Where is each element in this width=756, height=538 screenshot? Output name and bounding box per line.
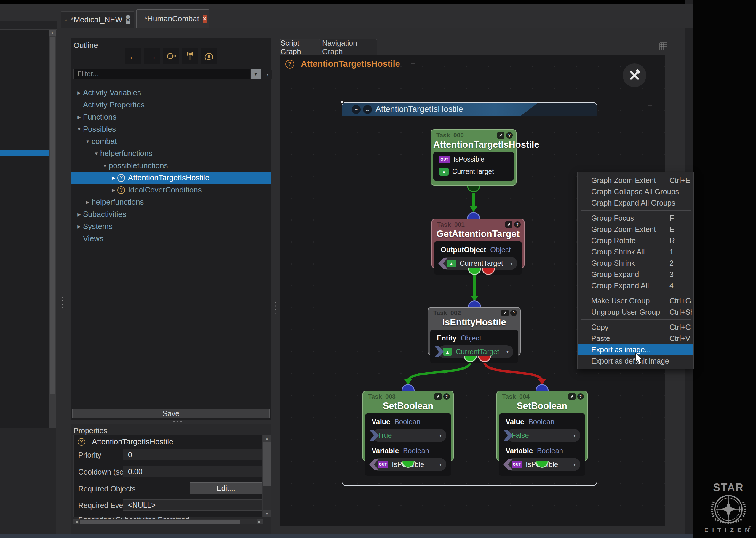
help-icon[interactable]: ? xyxy=(506,132,513,138)
scroll-left-icon[interactable]: ◀ xyxy=(73,519,79,524)
splitter-grip[interactable] xyxy=(62,296,64,308)
tree-item-activity-variables[interactable]: ▶Activity Variables xyxy=(71,86,271,99)
node-task-id: Task_002 xyxy=(433,309,461,316)
edit-pencil-icon[interactable] xyxy=(568,393,576,400)
edit-pencil-icon[interactable] xyxy=(501,310,508,316)
tree-collapsed-icon[interactable]: ▶ xyxy=(75,115,83,120)
tree-item-possiblefunctions[interactable]: ▼possiblefunctions xyxy=(71,160,271,172)
node-task004[interactable]: Task_004?SetBooleanValueBooleanFalse▾Var… xyxy=(496,391,588,461)
scroll-down-icon[interactable]: ▼ xyxy=(263,510,271,517)
menu-item-make-user-group[interactable]: Make User GroupCtrl+G xyxy=(578,295,693,306)
property-input[interactable]: 0.00 xyxy=(123,466,262,477)
tree-collapsed-icon[interactable]: ▶ xyxy=(75,212,83,217)
node-task002[interactable]: Task_002?IsEntityHostileEntityObject▲Cur… xyxy=(428,307,521,355)
tree-item-activity-properties[interactable]: Activity Properties xyxy=(71,99,271,111)
edit-pencil-icon[interactable] xyxy=(497,132,504,138)
tree-expanded-icon[interactable]: ▼ xyxy=(92,151,100,156)
node-link-icon xyxy=(165,51,176,61)
node-link-button[interactable] xyxy=(163,48,179,64)
tree-collapsed-icon[interactable]: ▶ xyxy=(75,224,83,229)
splitter-grip[interactable] xyxy=(275,302,277,314)
menu-item-ungroup-user-group[interactable]: Ungroup User GroupCtrl+Shif xyxy=(578,306,693,318)
filter-input[interactable]: Filter... xyxy=(73,69,250,79)
tree-expanded-icon[interactable]: ▼ xyxy=(84,139,92,144)
property-input[interactable]: 0 xyxy=(123,449,262,460)
tree-item-systems[interactable]: ▶Systems xyxy=(71,220,271,233)
filter-dropdown-button[interactable]: ▼ xyxy=(251,69,261,79)
tab-humancombat[interactable]: *HumanCombat × xyxy=(136,10,209,28)
tree-item-subactivities[interactable]: ▶Subactivities xyxy=(71,208,271,220)
menu-item-group-zoom-extent[interactable]: Group Zoom ExtentE xyxy=(578,224,693,235)
tab-close-icon[interactable]: × xyxy=(126,16,130,24)
properties-horizontal-scrollbar[interactable]: ◀ ▶ xyxy=(73,519,262,524)
tab-navigation-graph[interactable]: Navigation Graph xyxy=(322,39,377,55)
dropdown-currenttarget[interactable]: ▲CurrentTarget▾ xyxy=(442,257,517,270)
panel-resize-grip[interactable] xyxy=(173,421,182,422)
tree-collapsed-icon[interactable]: ▶ xyxy=(110,175,118,181)
tab-medical-new[interactable]: *Medical_NEW × xyxy=(61,11,134,28)
chevron-down-icon[interactable]: ▾ xyxy=(510,261,512,266)
help-icon[interactable]: ? xyxy=(514,221,521,228)
person-button[interactable] xyxy=(201,48,217,64)
dropdown-true[interactable]: True▾ xyxy=(373,429,446,442)
tab-script-graph[interactable]: Script Graph xyxy=(280,39,320,55)
nav-forward-button[interactable]: → xyxy=(144,48,160,64)
chevron-down-icon[interactable]: ▾ xyxy=(573,462,576,467)
node-task003[interactable]: Task_003?SetBooleanValueBooleanTrue▾Vari… xyxy=(362,391,454,461)
chevron-down-icon[interactable]: ▾ xyxy=(506,350,508,354)
menu-item-group-focus[interactable]: Group FocusF xyxy=(578,212,693,224)
dropdown-value: False xyxy=(511,431,529,440)
scroll-up-icon[interactable]: ▲ xyxy=(263,435,271,442)
properties-scrollbar-thumb[interactable] xyxy=(263,442,271,486)
scroll-up-icon[interactable]: ▲ xyxy=(49,30,56,36)
menu-item-paste[interactable]: PasteCtrl+V xyxy=(578,333,693,344)
menu-item-group-expand[interactable]: Group Expand3 xyxy=(578,269,693,280)
menu-item-graph-expand-all-groups[interactable]: Graph Expand All Groups xyxy=(578,197,693,208)
tab-close-icon[interactable]: × xyxy=(203,15,207,24)
menu-item-group-shrink-all[interactable]: Group Shrink All1 xyxy=(578,246,693,257)
chevron-down-icon[interactable]: ▾ xyxy=(440,433,442,438)
help-icon[interactable]: ? xyxy=(443,393,450,400)
menu-item-copy[interactable]: CopyCtrl+C xyxy=(578,321,693,333)
node-title: IsEntityHostile xyxy=(430,317,518,330)
tree-item-possibles[interactable]: ▼Possibles xyxy=(71,123,271,135)
tree-collapsed-icon[interactable]: ▶ xyxy=(110,188,118,193)
grid-toggle-icon[interactable] xyxy=(659,42,667,50)
tree-collapsed-icon[interactable]: ▶ xyxy=(75,90,83,95)
tree-item-helperfunctions[interactable]: ▼helperfunctions xyxy=(71,147,271,160)
tree-item-label: possiblefunctions xyxy=(109,161,168,170)
scroll-right-icon[interactable]: ▶ xyxy=(257,519,262,524)
edit-pencil-icon[interactable] xyxy=(505,221,512,228)
tree-collapsed-icon[interactable]: ▶ xyxy=(84,200,92,205)
chevron-down-icon[interactable]: ▾ xyxy=(573,433,576,438)
tree-item-views[interactable]: Views xyxy=(71,233,271,245)
menu-item-group-rotate[interactable]: Group RotateR xyxy=(578,235,693,246)
edit-pencil-icon[interactable] xyxy=(435,393,442,400)
save-button[interactable]: Save xyxy=(72,409,270,418)
nav-back-button[interactable]: ← xyxy=(125,48,141,64)
properties-hscrollbar-thumb[interactable] xyxy=(80,519,240,524)
tree-item-combat[interactable]: ▼combat xyxy=(71,135,271,147)
left-panel-selected-row[interactable] xyxy=(0,150,49,156)
help-icon[interactable]: ? xyxy=(510,310,517,316)
node-task000[interactable]: Task_000?AttentionTargetIsHostileOUTIsPo… xyxy=(431,129,517,186)
chevron-down-icon[interactable]: ▾ xyxy=(440,462,442,467)
filter-options-button[interactable]: ▼ xyxy=(263,70,272,79)
node-field-row: ValueBoolean xyxy=(499,415,585,426)
tree-expanded-icon[interactable]: ▼ xyxy=(101,163,109,168)
tree-item-helperfunctions[interactable]: ▶helperfunctions xyxy=(71,196,271,208)
node-task001[interactable]: Task_001?GetAttentionTargetOutputObjectO… xyxy=(432,219,525,268)
help-icon[interactable]: ? xyxy=(577,393,584,400)
menu-item-group-shrink[interactable]: Group Shrink2 xyxy=(578,257,693,269)
tree-item-attentiontargetishostile[interactable]: ▶?AttentionTargetIsHostile xyxy=(71,172,271,184)
dropdown-false[interactable]: False▾ xyxy=(507,429,580,442)
menu-item-graph-zoom-extent[interactable]: Graph Zoom ExtentCtrl+E xyxy=(578,175,693,186)
menu-item-group-expand-all[interactable]: Group Expand All4 xyxy=(578,280,693,291)
tree-expanded-icon[interactable]: ▼ xyxy=(75,127,83,132)
menu-item-graph-collapse-all-groups[interactable]: Graph Collapse All Groups xyxy=(578,186,693,197)
broadcast-button[interactable] xyxy=(182,48,198,64)
tree-item-idealcoverconditions[interactable]: ▶?IdealCoverConditions xyxy=(71,184,271,196)
tree-item-functions[interactable]: ▶Functions xyxy=(71,111,271,123)
edit-button[interactable]: Edit... xyxy=(190,482,262,494)
left-panel-scrollbar-thumb[interactable] xyxy=(50,37,55,394)
